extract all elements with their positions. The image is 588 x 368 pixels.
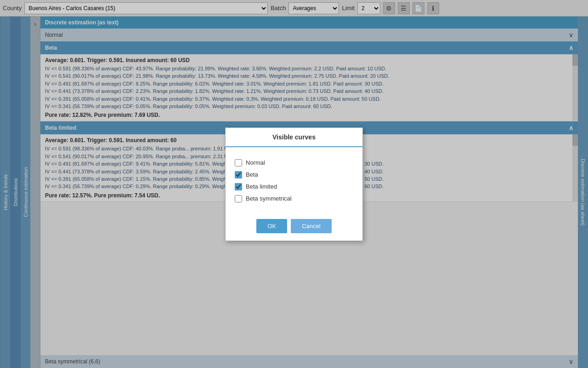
dialog-buttons: OK Cancel — [226, 214, 362, 241]
normal-checkbox-row[interactable]: Normal — [235, 159, 353, 167]
cancel-button[interactable]: Cancel — [291, 219, 331, 233]
beta-sym-checkbox[interactable] — [235, 195, 242, 202]
dialog-title: Visible curves — [226, 128, 362, 147]
ok-button[interactable]: OK — [256, 219, 287, 233]
beta-limited-checkbox[interactable] — [235, 183, 242, 190]
beta-checkbox[interactable] — [235, 171, 242, 178]
normal-checkbox[interactable] — [235, 159, 242, 167]
beta-checkbox-row[interactable]: Beta — [235, 171, 353, 178]
visible-curves-dialog: Visible curves Normal Beta Beta limited … — [225, 127, 363, 241]
beta-checkbox-label: Beta — [246, 171, 258, 178]
beta-limited-checkbox-label: Beta limited — [246, 183, 277, 190]
beta-sym-checkbox-label: Beta symmetrical — [246, 195, 292, 202]
beta-limited-checkbox-row[interactable]: Beta limited — [235, 183, 353, 190]
dialog-overlay: Visible curves Normal Beta Beta limited … — [0, 0, 588, 368]
beta-sym-checkbox-row[interactable]: Beta symmetrical — [235, 195, 353, 202]
normal-checkbox-label: Normal — [246, 159, 265, 166]
dialog-body: Normal Beta Beta limited Beta symmetrica… — [226, 147, 362, 214]
